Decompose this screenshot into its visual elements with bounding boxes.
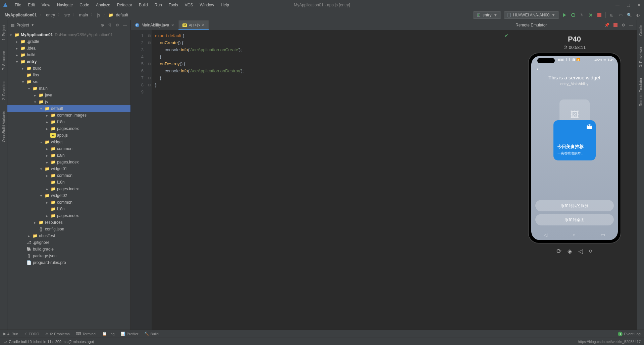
emu-back-icon[interactable]: ◁	[578, 248, 583, 255]
breadcrumb-item[interactable]: MyApplication01	[3, 12, 38, 18]
menu-analyze[interactable]: Analyze	[93, 1, 113, 9]
tree-arrow-icon[interactable]: ▸	[16, 47, 20, 50]
menu-file[interactable]: File	[12, 1, 24, 9]
tree-arrow-icon[interactable]: ▸	[22, 67, 26, 70]
tool-tab-project[interactable]: 1: Project	[2, 23, 6, 42]
back-arrow-icon[interactable]: ←	[536, 66, 541, 72]
tree-arrow-icon[interactable]: ▸	[46, 147, 50, 151]
menu-help[interactable]: Help	[218, 1, 232, 9]
tree-item[interactable]: ▸📁build	[7, 52, 130, 58]
avd-button[interactable]: ▭	[618, 12, 623, 18]
bottom-tab-terminal[interactable]: ⌨Terminal	[76, 332, 97, 336]
menu-navigate[interactable]: Navigate	[54, 1, 75, 9]
editor-tab[interactable]: JSapp.js×	[178, 20, 209, 30]
tree-item[interactable]: ⎇.gitignore	[7, 239, 130, 246]
emu-rotate-icon[interactable]: ⟳	[556, 248, 561, 255]
tree-arrow-icon[interactable]: ▾	[34, 100, 38, 104]
breadcrumb-item[interactable]: src	[63, 12, 71, 18]
tree-arrow-icon[interactable]: ▸	[28, 234, 32, 238]
minimize-button[interactable]: —	[615, 3, 620, 7]
expand-icon[interactable]: ⇅	[108, 23, 111, 27]
menu-code[interactable]: Code	[77, 1, 92, 9]
tree-item[interactable]: ▸📁i18n	[7, 152, 130, 159]
debug-button[interactable]	[571, 12, 576, 18]
tree-arrow-icon[interactable]: ▸	[34, 93, 38, 97]
tool-tab-structure[interactable]: 7: Structure	[2, 49, 6, 72]
tree-item[interactable]: ▾📁widget	[7, 139, 130, 145]
tree-item[interactable]: {}config.json	[7, 226, 130, 232]
tree-arrow-icon[interactable]: ▾	[28, 87, 32, 90]
maximize-button[interactable]: ▢	[626, 3, 631, 7]
search-button[interactable]: 🔍	[627, 12, 632, 18]
bottom-tab-log[interactable]: 📋Log	[102, 332, 114, 336]
tree-item[interactable]: ▸📁.gradle	[7, 38, 130, 45]
run-button[interactable]	[562, 12, 567, 18]
tree-item[interactable]: ▸📁pages.index	[7, 186, 130, 192]
menu-window[interactable]: Window	[197, 1, 217, 9]
breadcrumb-item[interactable]: js	[96, 12, 102, 18]
tree-arrow-icon[interactable]: ▾	[22, 80, 26, 84]
bottom-tab-build[interactable]: 🔨Build	[144, 332, 158, 336]
tree-arrow-icon[interactable]: ▸	[46, 187, 50, 191]
close-button[interactable]: ✕	[637, 3, 641, 7]
device-dropdown[interactable]: HUAWEI ANA-AN00 ▼	[504, 11, 559, 19]
nav-recent-icon[interactable]: ▭	[601, 232, 605, 237]
tool-tab-ohosbuildvariants[interactable]: OhosBuild Variants	[2, 109, 6, 144]
emu-home-icon[interactable]: ○	[589, 248, 593, 255]
tool-tab-favorites[interactable]: 2: Favorites	[2, 79, 6, 102]
tree-item[interactable]: ▸📁common.images	[7, 112, 130, 119]
tree-arrow-icon[interactable]: ▾	[40, 107, 44, 111]
emu-hide-icon[interactable]: —	[629, 23, 633, 27]
phone-screen[interactable]: ◧◧ ⋮⋮ ☎ 📶 100% ▭ 5:24 ← This is a servic…	[531, 56, 618, 240]
code-editor[interactable]: 123456789 ⊟⊟⊟⊡⊡ export default { onCreat…	[131, 30, 512, 330]
bottom-tab-problems[interactable]: ⚠6: Problems	[45, 332, 70, 336]
settings-icon[interactable]: ⚙	[115, 23, 119, 27]
breadcrumb-item[interactable]: main	[78, 12, 89, 18]
tree-item[interactable]: ▸📁ohosTest	[7, 232, 130, 239]
menu-run[interactable]: Run	[152, 1, 165, 9]
tree-item[interactable]: ▾📁src	[7, 78, 130, 85]
bottom-tab-todo[interactable]: ✓TODO	[24, 332, 39, 336]
bottom-tab-run[interactable]: ▶4: Run	[3, 332, 18, 336]
hide-icon[interactable]: —	[123, 23, 127, 27]
run-config-dropdown[interactable]: entry ▼	[473, 11, 501, 19]
tree-item[interactable]: JSapp.js	[7, 132, 130, 139]
attach-button[interactable]	[588, 12, 593, 18]
tree-item[interactable]: ▸📁.idea	[7, 45, 130, 52]
tree-item[interactable]: 🐘build.gradle	[7, 246, 130, 253]
coverage-button[interactable]: ↻	[579, 12, 585, 18]
menu-vcs[interactable]: VCS	[182, 1, 196, 9]
project-tree[interactable]: ▾ 📁 MyApplication01 D:\HarmonyOS\MyAppli…	[7, 30, 130, 330]
tree-item[interactable]: 📁libs	[7, 72, 130, 78]
tree-arrow-icon[interactable]: ▸	[46, 201, 50, 204]
tree-arrow-icon[interactable]: ▸	[16, 53, 20, 57]
tab-close-icon[interactable]: ×	[171, 22, 174, 28]
tree-arrow-icon[interactable]: ▾	[40, 140, 44, 144]
tree-item[interactable]: ▾📁widget02	[7, 192, 130, 199]
breadcrumb-item[interactable]: entry	[45, 12, 56, 18]
breadcrumb-item[interactable]: default	[115, 12, 129, 18]
widget-card[interactable]: 🏔 今日美食推荐 一碗香喷喷的炸...	[553, 120, 596, 160]
tree-item[interactable]: ▸📁common	[7, 145, 130, 152]
tool-tab-gradle[interactable]: Gradle	[639, 23, 643, 38]
tree-item[interactable]: ▸📁pages.index	[7, 159, 130, 165]
menu-tools[interactable]: Tools	[166, 1, 181, 9]
tree-arrow-icon[interactable]: ▸	[46, 154, 50, 157]
tree-arrow-icon[interactable]: ▸	[34, 221, 38, 224]
tree-item[interactable]: 📁i18n	[7, 206, 130, 212]
tab-close-icon[interactable]: ×	[202, 22, 205, 27]
tree-arrow-icon[interactable]: ▾	[40, 167, 44, 171]
tree-arrow-icon[interactable]: ▸	[46, 160, 50, 164]
tree-item[interactable]: ▸📁pages.index	[7, 212, 130, 219]
tree-item[interactable]: ▸📁i18n	[7, 119, 130, 125]
menu-build[interactable]: Build	[136, 1, 151, 9]
tree-item[interactable]: ▾📁main	[7, 85, 130, 92]
menu-view[interactable]: View	[39, 1, 53, 9]
tree-item[interactable]: ▸📁common	[7, 172, 130, 179]
emu-screenshot-icon[interactable]: ◈	[568, 248, 572, 255]
editor-tab[interactable]: CMainAbility.java×	[131, 20, 178, 30]
tree-arrow-icon[interactable]: ▸	[46, 174, 50, 178]
tree-arrow-icon[interactable]: ▾	[40, 194, 44, 198]
tree-arrow-icon[interactable]: ▸	[46, 120, 50, 124]
add-to-desktop-button[interactable]: 添加到桌面	[535, 214, 614, 225]
